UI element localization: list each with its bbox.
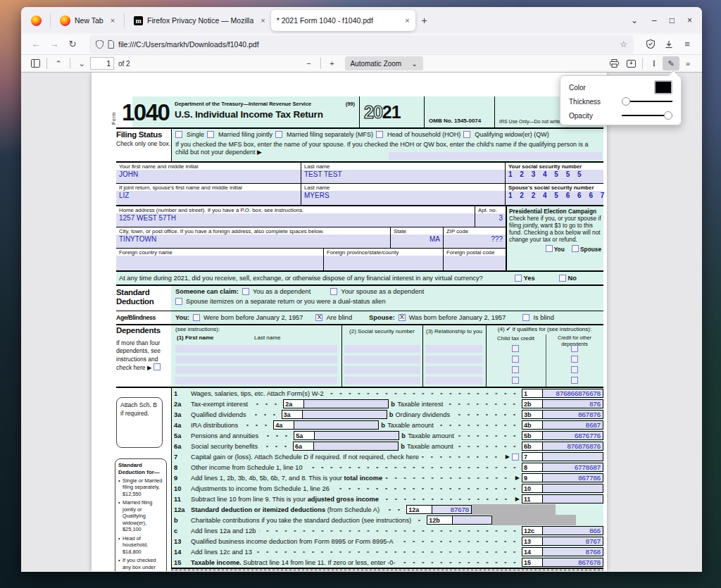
slider-thumb[interactable] (664, 111, 672, 120)
checkbox-spouse-blind[interactable] (522, 314, 529, 321)
dependent-row[interactable] (175, 366, 337, 374)
checkbox-pec-you[interactable] (546, 245, 553, 252)
checkbox-mfs[interactable] (275, 131, 282, 138)
line-value[interactable] (453, 515, 492, 525)
tab-privacy-notice[interactable]: m Firefox Privacy Notice — Mozilla × (128, 10, 271, 31)
color-swatch[interactable] (654, 80, 672, 94)
checkbox-mfj[interactable] (207, 131, 214, 138)
next-page-chevron[interactable]: ⌄ (73, 56, 90, 70)
minimize-button[interactable]: – (652, 15, 657, 25)
checkbox-hoh[interactable] (376, 131, 383, 138)
checkbox-other-dep[interactable] (571, 377, 578, 384)
zoom-select[interactable]: Automatic Zoom ⌄ (344, 56, 422, 70)
checkbox-ctc[interactable] (512, 345, 519, 352)
apt-input[interactable]: 3 (475, 213, 506, 227)
line-value[interactable]: 866 (543, 526, 603, 535)
line-value[interactable]: 876876876 (543, 442, 603, 451)
pdf-viewer[interactable]: Department of the Treasury—Internal Reve… (21, 73, 702, 571)
spouse-ssn-input[interactable]: 1 2 2 4 5 6 6 6 7 (506, 191, 603, 205)
opacity-slider[interactable] (622, 111, 672, 120)
dependent-row[interactable] (425, 366, 483, 374)
thickness-slider[interactable] (622, 97, 672, 106)
checkbox-you-blind[interactable] (315, 314, 322, 321)
checkbox-single[interactable] (175, 131, 182, 138)
firefox-view-button[interactable] (25, 11, 46, 30)
line-value[interactable]: 6778687 (543, 463, 603, 472)
qualifying-person-input[interactable] (389, 152, 602, 160)
tracking-protection-shield-icon[interactable] (641, 36, 660, 53)
state-input[interactable]: MA (391, 234, 443, 248)
tab-new-tab[interactable]: New Tab × (54, 10, 120, 31)
line-value[interactable]: 87678 (432, 505, 472, 514)
dependent-row[interactable] (425, 356, 483, 363)
spouse-first-name-input[interactable]: LIZ (116, 191, 301, 205)
downloads-icon[interactable] (660, 36, 678, 53)
line-value[interactable] (543, 484, 603, 493)
zoom-in-button[interactable]: + (323, 56, 340, 70)
line-value[interactable]: 8687 (543, 420, 603, 430)
print-icon[interactable] (606, 56, 622, 70)
list-all-tabs-chevron[interactable]: ⌄ (624, 11, 645, 30)
url-bar[interactable]: file:///C:/Users/markh/Downloads/f1040.p… (90, 36, 633, 53)
checkbox-qw[interactable] (463, 131, 470, 138)
line-value[interactable]: 8767 (543, 537, 603, 546)
pen-tool-icon[interactable]: ✎ (663, 56, 679, 70)
checkbox-schedule-d[interactable] (512, 453, 519, 461)
checkbox-ctc[interactable] (512, 377, 519, 384)
checkbox-spouse-dependent[interactable] (330, 288, 337, 295)
line-value[interactable]: 867876 (543, 410, 603, 419)
last-name-input[interactable]: TEST TEST (301, 170, 505, 183)
checkbox-vc-yes[interactable] (515, 275, 522, 282)
spouse-last-name-input[interactable]: MYERS (301, 191, 505, 205)
dependent-row[interactable] (344, 377, 420, 384)
tab-close-icon[interactable]: × (111, 16, 115, 25)
first-name-input[interactable]: JOHN (116, 170, 301, 183)
line-value[interactable]: 867678 (543, 558, 603, 567)
checkbox-spouse-born[interactable] (399, 314, 406, 321)
line-input[interactable] (294, 420, 379, 430)
tab-f1040-active[interactable]: * 2021 Form 1040 - f1040.pdf × (271, 10, 415, 31)
dependent-row[interactable] (425, 377, 483, 384)
page-info-icon[interactable] (108, 40, 114, 49)
checkbox-vc-no[interactable] (559, 275, 566, 282)
close-button[interactable]: × (687, 15, 692, 25)
forward-button[interactable]: → (45, 36, 63, 53)
line-value[interactable] (543, 452, 603, 461)
reload-button[interactable]: ↻ (63, 36, 82, 53)
foreign-country-input[interactable] (116, 256, 323, 270)
new-tab-button[interactable]: + (415, 11, 434, 30)
line-input[interactable] (303, 410, 387, 419)
ssn-input[interactable]: 1 2 3 4 5 5 5 (506, 170, 603, 183)
dependent-row[interactable] (344, 366, 420, 374)
checkbox-more-dependents[interactable] (153, 363, 161, 370)
dependent-row[interactable] (175, 377, 337, 384)
line-input[interactable] (315, 431, 399, 440)
checkbox-you-born[interactable] (193, 314, 200, 321)
home-address-input[interactable]: 1257 WEST 57TH (116, 213, 475, 227)
checkbox-pec-spouse[interactable] (572, 245, 579, 252)
line-input[interactable] (304, 399, 389, 408)
checkbox-ctc[interactable] (512, 366, 519, 373)
line-value[interactable]: 876 (543, 399, 603, 408)
checkbox-other-dep[interactable] (571, 345, 578, 352)
line-value[interactable]: 8768 (543, 547, 603, 556)
tab-close-icon[interactable]: × (261, 16, 265, 25)
zip-input[interactable]: ??? (444, 234, 506, 248)
line-value[interactable]: 867786 (543, 473, 603, 482)
checkbox-ctc[interactable] (512, 356, 519, 363)
maximize-button[interactable]: □ (670, 15, 675, 25)
line-input[interactable] (314, 442, 399, 451)
dependent-row[interactable] (344, 345, 420, 353)
sidebar-toggle-icon[interactable] (27, 56, 44, 70)
save-icon[interactable] (622, 56, 639, 70)
dependent-row[interactable] (175, 356, 337, 363)
tab-close-icon[interactable]: × (405, 16, 409, 25)
line-value[interactable]: 876866876678 (543, 389, 603, 398)
dependent-row[interactable] (344, 356, 420, 363)
foreign-province-input[interactable] (324, 256, 443, 270)
back-button[interactable]: ← (27, 36, 45, 53)
previous-page-chevron[interactable]: ⌃ (50, 56, 67, 70)
checkbox-other-dep[interactable] (571, 366, 578, 373)
city-input[interactable]: TINYTOWN (116, 234, 390, 248)
checkbox-other-dep[interactable] (571, 356, 578, 363)
